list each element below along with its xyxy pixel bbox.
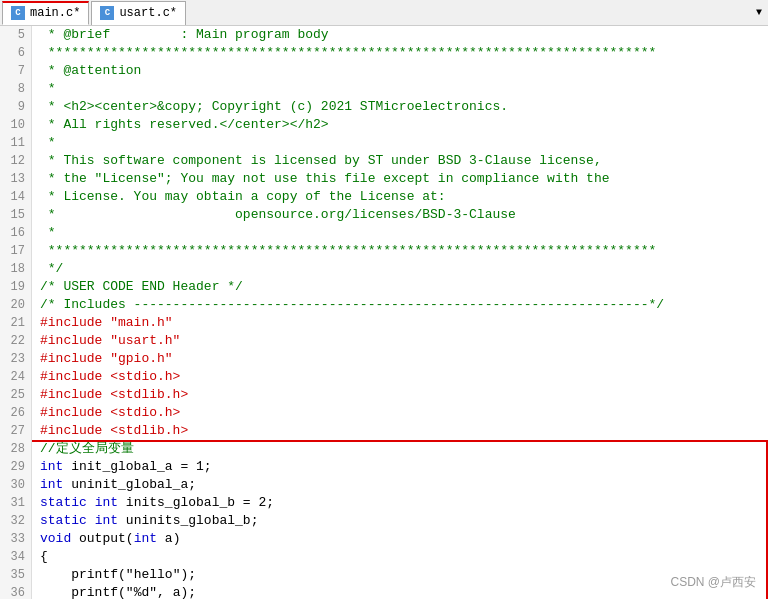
code-line: printf("%d", a);	[40, 584, 768, 599]
line-number: 17	[6, 242, 25, 260]
tab-usart-c[interactable]: C usart.c*	[91, 1, 186, 25]
line-number: 7	[6, 62, 25, 80]
code-line: * opensource.org/licenses/BSD-3-Clause	[40, 206, 768, 224]
code-line: int init_global_a = 1;	[40, 458, 768, 476]
line-number: 22	[6, 332, 25, 350]
line-number: 33	[6, 530, 25, 548]
line-number: 16	[6, 224, 25, 242]
code-line: #include <stdio.h>	[40, 404, 768, 422]
line-number: 19	[6, 278, 25, 296]
line-number: 35	[6, 566, 25, 584]
code-line: #include <stdlib.h>	[40, 386, 768, 404]
line-number: 23	[6, 350, 25, 368]
code-line: * @brief : Main program body	[40, 26, 768, 44]
code-line: *	[40, 134, 768, 152]
line-number: 14	[6, 188, 25, 206]
line-number: 6	[6, 44, 25, 62]
line-number: 8	[6, 80, 25, 98]
code-line: {	[40, 548, 768, 566]
line-number: 12	[6, 152, 25, 170]
line-number: 24	[6, 368, 25, 386]
code-line: static int inits_global_b = 2;	[40, 494, 768, 512]
code-line: #include <stdlib.h>	[40, 422, 768, 440]
code-line: #include <stdio.h>	[40, 368, 768, 386]
code-line: #include "main.h"	[40, 314, 768, 332]
line-numbers: 5678910111213141516171819202122232425262…	[0, 26, 32, 599]
tab-label-usart: usart.c*	[119, 6, 177, 20]
code-line: * @attention	[40, 62, 768, 80]
tab-bar: C main.c* C usart.c* ▼	[0, 0, 768, 26]
line-number: 5	[6, 26, 25, 44]
tab-label-main: main.c*	[30, 6, 80, 20]
line-number: 27	[6, 422, 25, 440]
line-number: 28	[6, 440, 25, 458]
line-number: 9	[6, 98, 25, 116]
line-number: 30	[6, 476, 25, 494]
code-line: #include "usart.h"	[40, 332, 768, 350]
code-line: */	[40, 260, 768, 278]
line-number: 21	[6, 314, 25, 332]
tab-icon-usart: C	[100, 6, 114, 20]
code-line: /* USER CODE END Header */	[40, 278, 768, 296]
line-number: 29	[6, 458, 25, 476]
line-number: 34	[6, 548, 25, 566]
code-line: /* Includes ----------------------------…	[40, 296, 768, 314]
code-line: * <h2><center>&copy; Copyright (c) 2021 …	[40, 98, 768, 116]
tab-dropdown[interactable]: ▼	[756, 7, 768, 18]
line-number: 25	[6, 386, 25, 404]
code-line: static int uninits_global_b;	[40, 512, 768, 530]
code-line: void output(int a)	[40, 530, 768, 548]
watermark: CSDN @卢西安	[670, 573, 756, 591]
code-line: ****************************************…	[40, 242, 768, 260]
code-line: * All rights reserved.</center></h2>	[40, 116, 768, 134]
line-number: 10	[6, 116, 25, 134]
code-line: *	[40, 224, 768, 242]
tab-main-c[interactable]: C main.c*	[2, 1, 89, 25]
code-line: //定义全局变量	[40, 440, 768, 458]
code-line: #include "gpio.h"	[40, 350, 768, 368]
line-number: 32	[6, 512, 25, 530]
code-line: * This software component is licensed by…	[40, 152, 768, 170]
code-line: ****************************************…	[40, 44, 768, 62]
code-area: 5678910111213141516171819202122232425262…	[0, 26, 768, 599]
code-line: *	[40, 80, 768, 98]
code-line: printf("hello");	[40, 566, 768, 584]
line-number: 18	[6, 260, 25, 278]
line-number: 26	[6, 404, 25, 422]
code-line: * the "License"; You may not use this fi…	[40, 170, 768, 188]
line-number: 11	[6, 134, 25, 152]
line-number: 20	[6, 296, 25, 314]
code-line: * License. You may obtain a copy of the …	[40, 188, 768, 206]
line-number: 31	[6, 494, 25, 512]
code-content[interactable]: * @brief : Main program body ***********…	[32, 26, 768, 599]
line-number: 36	[6, 584, 25, 599]
code-line: int uninit_global_a;	[40, 476, 768, 494]
line-number: 15	[6, 206, 25, 224]
line-number: 13	[6, 170, 25, 188]
tab-icon-main: C	[11, 6, 25, 20]
